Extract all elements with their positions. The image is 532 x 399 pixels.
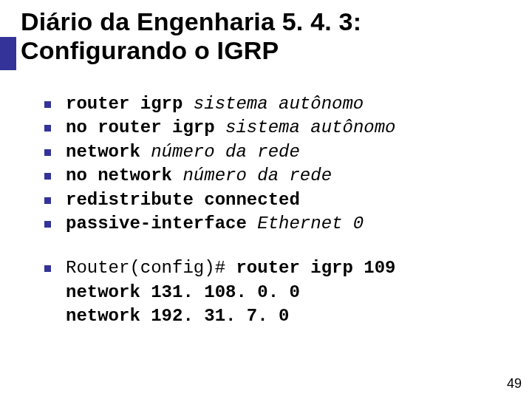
list-item: router igrp sistema autônomo	[44, 92, 502, 116]
list-item: no network número da rede	[44, 164, 502, 188]
command-text: network número da rede	[66, 140, 300, 164]
cmd-bold: no network	[66, 166, 183, 185]
bullet-icon	[44, 125, 51, 132]
command-text: router igrp sistema autônomo	[66, 92, 364, 116]
command-text: no router igrp sistema autônomo	[66, 116, 395, 140]
cmd-bold: no router igrp	[66, 117, 225, 137]
slide: Diário da Engenharia 5. 4. 3: Configuran…	[0, 0, 532, 399]
list-item: passive-interface Ethernet 0	[44, 212, 502, 236]
cmd-italic: sistema autônomo	[225, 117, 395, 137]
cmd-italic: número da rede	[151, 142, 300, 162]
bullet-icon	[44, 197, 51, 204]
bullet-icon	[44, 265, 51, 272]
cmd-italic: Ethernet 0	[257, 214, 364, 233]
bullet-icon	[44, 149, 51, 156]
command-text: redistribute connected	[66, 188, 300, 212]
list-item: no router igrp sistema autônomo	[44, 116, 502, 140]
slide-title: Diário da Engenharia 5. 4. 3: Configuran…	[21, 7, 508, 65]
bullet-icon	[44, 221, 51, 228]
cmd-plain: Router(config)#	[66, 258, 236, 278]
command-text: Router(config)# router igrp 109 network …	[66, 256, 395, 328]
bullet-icon	[44, 173, 51, 180]
command-text: passive-interface Ethernet 0	[66, 212, 364, 236]
bullet-group-example: Router(config)# router igrp 109 network …	[44, 256, 502, 328]
bullet-icon	[44, 101, 51, 108]
cmd-bold: passive-interface	[66, 214, 257, 233]
cmd-bold: redistribute connected	[66, 190, 300, 210]
list-item: network número da rede	[44, 140, 502, 164]
page-number: 49	[507, 376, 522, 392]
cmd-bold: router igrp 109	[236, 258, 395, 278]
cmd-bold: router igrp	[66, 94, 194, 114]
command-text: no network número da rede	[66, 164, 332, 188]
cmd-bold: network 192. 31. 7. 0	[66, 306, 289, 326]
bullet-group-commands: router igrp sistema autônomo no router i…	[44, 92, 502, 236]
cmd-italic: número da rede	[183, 166, 332, 185]
cmd-italic: sistema autônomo	[194, 94, 364, 114]
title-accent-bar	[0, 37, 16, 70]
list-item: Router(config)# router igrp 109 network …	[44, 256, 502, 328]
list-item: redistribute connected	[44, 188, 502, 212]
cmd-bold: network	[66, 142, 151, 162]
cmd-bold: network 131. 108. 0. 0	[66, 282, 300, 302]
slide-content: router igrp sistema autônomo no router i…	[44, 92, 502, 349]
